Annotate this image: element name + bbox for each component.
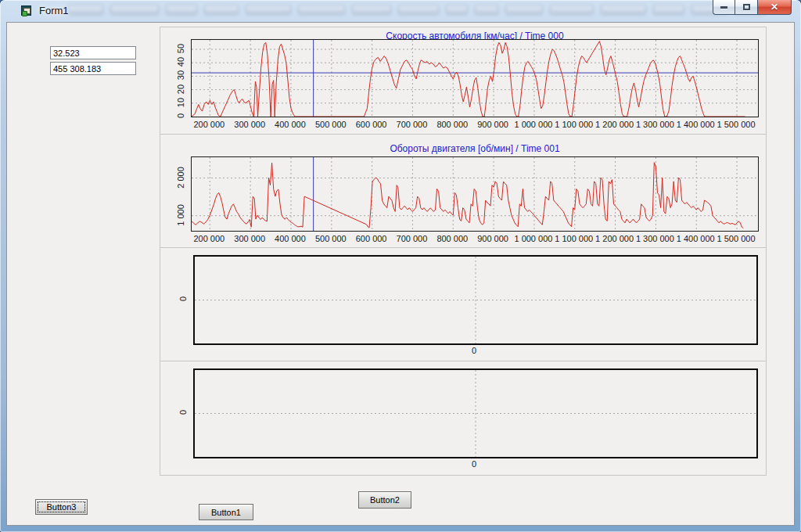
x-tick-label: 900 000 <box>477 234 508 243</box>
x-tick-label: 600 000 <box>356 234 387 243</box>
x-tick-label: 400 000 <box>275 120 306 129</box>
empty-chart-3: 00 <box>160 248 766 361</box>
x-tick-label: 800 000 <box>436 120 468 129</box>
caption-buttons: ✕ <box>713 0 792 15</box>
rpm-chart: Обороты двигателя [об/мин] / Time 001 20… <box>160 135 766 248</box>
rpm-chart-plot[interactable] <box>191 156 759 232</box>
y-tick-label: 10 <box>176 98 185 107</box>
x-tick-label: 700 000 <box>397 234 428 243</box>
speed-chart: Скорость автомобиля [км/час] / Time 000 … <box>160 27 766 135</box>
x-tick-label: 1 400 000 <box>677 234 715 243</box>
x-tick-label: 0 <box>472 459 476 469</box>
x-tick-label: 500 000 <box>315 234 347 243</box>
empty-chart-3-plot[interactable] <box>193 255 758 345</box>
rpm-chart-title: Обороты двигателя [об/мин] / Time 001 <box>191 143 759 154</box>
maximize-icon <box>743 4 750 10</box>
y-tick-label: 50 <box>176 44 185 53</box>
x-tick-label: 1 000 000 <box>514 120 552 129</box>
close-icon: ✕ <box>770 2 778 12</box>
x-tick-label: 1 500 000 <box>717 234 756 243</box>
x-tick-label: 400 000 <box>275 234 306 243</box>
x-tick-label: 800 000 <box>436 234 468 243</box>
y-tick-label: 2 000 <box>176 167 185 189</box>
form-icon <box>20 5 33 17</box>
x-tick-label: 1 100 000 <box>555 234 593 243</box>
maximize-button[interactable] <box>735 0 758 15</box>
form-client-area: Скорость автомобиля [км/час] / Time 000 … <box>6 22 795 526</box>
x-tick-label: 1 300 000 <box>636 120 674 129</box>
y-tick-label: 20 <box>176 84 185 93</box>
y-tick-label: 40 <box>176 57 185 66</box>
x-tick-label: 300 000 <box>234 120 265 129</box>
x-tick-label: 1 000 000 <box>514 234 552 243</box>
empty-chart-4: 00 <box>160 361 766 475</box>
button3[interactable]: Button3 <box>35 499 88 515</box>
minimize-button[interactable] <box>713 0 735 15</box>
title-bar[interactable]: Form1 ✕ <box>0 0 801 22</box>
x-tick-label: 600 000 <box>356 120 387 129</box>
x-tick-label: 1 100 000 <box>555 120 593 129</box>
button1[interactable]: Button1 <box>199 504 253 520</box>
y-tick-label: 0 <box>178 409 188 414</box>
y-tick-label: 1 000 <box>176 204 185 226</box>
x-tick-label: 200 000 <box>193 120 224 129</box>
speed-cursor-value-field[interactable] <box>50 46 136 59</box>
time-cursor-value-field[interactable] <box>50 62 136 75</box>
form1-window: Form1 ✕ Скорость автомобиля [км/час] / T… <box>0 0 801 532</box>
y-tick-label: 0 <box>178 296 188 300</box>
x-tick-label: 900 000 <box>477 120 508 129</box>
x-tick-label: 1 500 000 <box>717 120 756 129</box>
background-window-tabs <box>67 5 715 16</box>
x-tick-label: 0 <box>472 346 476 355</box>
window-title: Form1 <box>39 5 69 16</box>
x-tick-label: 700 000 <box>397 120 428 129</box>
close-button[interactable]: ✕ <box>758 0 792 15</box>
x-tick-label: 1 200 000 <box>595 120 634 129</box>
minimize-icon <box>720 6 727 9</box>
y-tick-label: 0 <box>176 113 185 118</box>
speed-chart-plot[interactable] <box>191 39 759 117</box>
x-tick-label: 1 300 000 <box>636 234 674 243</box>
chart-panel: Скорость автомобиля [км/час] / Time 000 … <box>160 27 767 476</box>
x-tick-label: 1 400 000 <box>677 120 715 129</box>
x-tick-label: 500 000 <box>315 120 347 129</box>
button2[interactable]: Button2 <box>358 491 411 509</box>
empty-chart-4-plot[interactable] <box>193 368 758 458</box>
y-tick-label: 30 <box>176 70 185 80</box>
x-tick-label: 1 200 000 <box>595 234 634 243</box>
x-tick-label: 200 000 <box>193 234 224 243</box>
x-tick-label: 300 000 <box>234 234 265 243</box>
